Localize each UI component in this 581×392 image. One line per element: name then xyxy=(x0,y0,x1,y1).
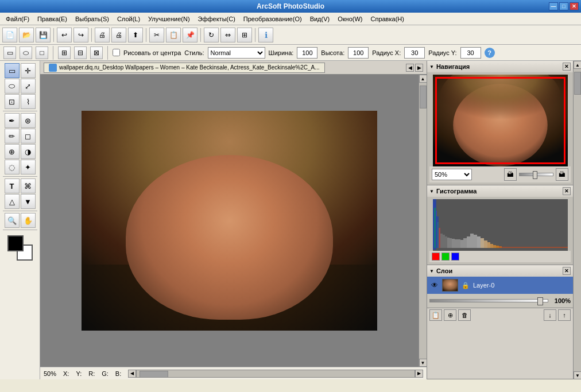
maximize-button[interactable]: □ xyxy=(559,2,568,10)
duplicate-layer-button[interactable]: ⊕ xyxy=(444,309,456,321)
right-scroll-down-button[interactable]: ▼ xyxy=(574,371,581,379)
hand-tool[interactable]: ✋ xyxy=(21,213,36,228)
foreground-color-box[interactable] xyxy=(7,235,24,251)
hscroll-right-button[interactable]: ▶ xyxy=(415,370,423,378)
scroll-up-button[interactable]: ▲ xyxy=(419,75,427,83)
histogram-green-channel[interactable] xyxy=(441,253,450,261)
menu-item-menu-window[interactable]: Окно(W) xyxy=(334,15,366,23)
paste-button[interactable]: 📌 xyxy=(183,28,197,42)
layer-up-button[interactable]: ↑ xyxy=(558,309,571,321)
layers-panel-close[interactable]: ✕ xyxy=(563,267,571,275)
select-add-opt-button[interactable]: ⊞ xyxy=(58,46,71,59)
heal-tool[interactable]: ⊛ xyxy=(21,113,36,128)
dodge-tool[interactable]: ◑ xyxy=(21,144,36,159)
menu-item-menu-help[interactable]: Справка(H) xyxy=(367,15,407,23)
right-scroll-thumb[interactable] xyxy=(574,72,581,95)
move-tool[interactable]: ✛ xyxy=(21,63,36,78)
scroll-thumb[interactable] xyxy=(420,86,427,108)
clone-tool[interactable]: ⊕ xyxy=(5,144,20,159)
select-single-opt-button[interactable]: □ xyxy=(36,46,48,59)
print2-button[interactable]: 🖨 xyxy=(111,28,126,42)
layers-panel-header[interactable]: ▼ Слои ✕ xyxy=(427,265,573,277)
radius-y-input[interactable] xyxy=(460,47,481,59)
open-button[interactable]: 📂 xyxy=(19,28,34,42)
zoom-slider-thumb[interactable] xyxy=(533,171,537,179)
layer-lock-toggle[interactable]: 🔒 xyxy=(460,280,471,290)
cut-button[interactable]: ✂ xyxy=(149,28,164,42)
help-button[interactable]: ? xyxy=(485,48,495,58)
nav-preview[interactable] xyxy=(433,75,568,166)
draw-from-center-checkbox[interactable] xyxy=(113,49,120,56)
menu-item-menu-select[interactable]: Выбрать(S) xyxy=(72,15,113,23)
height-input[interactable] xyxy=(348,47,369,59)
menu-item-menu-layer[interactable]: Слой(L) xyxy=(114,15,144,23)
select-rect-opt-button[interactable]: ▭ xyxy=(3,46,16,59)
menu-item-menu-edit[interactable]: Правка(E) xyxy=(34,15,71,23)
menu-item-menu-effects[interactable]: Эффекты(C) xyxy=(195,15,239,23)
histogram-red-channel[interactable] xyxy=(432,253,440,261)
fill-tool[interactable]: ▼ xyxy=(21,194,36,209)
close-button[interactable]: ✕ xyxy=(570,2,579,10)
hscroll-left-button[interactable]: ◀ xyxy=(128,370,136,378)
select-ellipse-opt-button[interactable]: ⬭ xyxy=(20,46,32,59)
transform-tool[interactable]: ⤢ xyxy=(21,79,36,94)
menu-item-menu-view[interactable]: Вид(V) xyxy=(307,15,334,23)
menu-item-menu-transform[interactable]: Преобразование(O) xyxy=(240,15,305,23)
delete-layer-button[interactable]: 🗑 xyxy=(458,309,471,321)
minimize-button[interactable]: — xyxy=(549,2,558,10)
text-tool[interactable]: T xyxy=(5,178,20,193)
nav-panel-header[interactable]: ▼ Навигация ✕ xyxy=(427,61,573,72)
hscroll-track[interactable] xyxy=(136,370,415,378)
tab-scroll-left[interactable]: ◀ xyxy=(406,64,414,72)
nav-zoom-in-button[interactable]: 🏔 xyxy=(556,168,568,181)
scroll-down-button[interactable]: ▼ xyxy=(419,359,427,367)
select-rect-tool[interactable]: ▭ xyxy=(5,63,20,78)
info-button[interactable]: ℹ xyxy=(258,28,273,42)
select-intersect-opt-button[interactable]: ⊠ xyxy=(90,46,103,59)
width-input[interactable] xyxy=(297,47,317,59)
right-scroll-up-button[interactable]: ▲ xyxy=(574,61,581,69)
hscroll-thumb[interactable] xyxy=(140,371,168,378)
shape-tool[interactable]: △ xyxy=(5,194,20,209)
layer-opacity-slider[interactable] xyxy=(429,299,548,302)
lasso-tool[interactable]: ⌇ xyxy=(21,94,36,109)
brush-tool[interactable]: ✏ xyxy=(5,129,20,143)
layer-visibility-toggle[interactable]: 👁 xyxy=(429,280,440,290)
print-button[interactable]: 🖨 xyxy=(95,28,110,42)
nav-panel-close[interactable]: ✕ xyxy=(563,63,571,71)
menu-item-menu-file[interactable]: Файл(F) xyxy=(2,15,33,23)
flip-button[interactable]: ⇔ xyxy=(220,28,235,42)
style-select[interactable]: Normal Fixed Size Fixed Ratio xyxy=(208,47,265,59)
zoom-tool[interactable]: 🔍 xyxy=(5,213,20,228)
canvas-viewport[interactable] xyxy=(40,75,419,367)
rotate-button[interactable]: ↻ xyxy=(204,28,219,42)
crop-tool[interactable]: ⊡ xyxy=(5,94,20,109)
histogram-panel-close[interactable]: ✕ xyxy=(563,187,571,195)
export-button[interactable]: ⬆ xyxy=(128,28,143,42)
zoom-slider[interactable] xyxy=(519,173,553,176)
zoom-select[interactable]: 50% 25% 75% 100% 200% xyxy=(432,169,472,180)
histogram-blue-channel[interactable] xyxy=(451,253,459,261)
resize-button[interactable]: ⊞ xyxy=(237,28,252,42)
scroll-track[interactable] xyxy=(419,83,427,359)
blur-tool[interactable]: ◌ xyxy=(5,160,20,174)
radius-x-input[interactable] xyxy=(404,47,425,59)
copy-button[interactable]: 📋 xyxy=(166,28,181,42)
menu-item-menu-enhance[interactable]: Улучшение(N) xyxy=(145,15,193,23)
new-button[interactable]: 📄 xyxy=(2,28,17,42)
redo-button[interactable]: ↪ xyxy=(73,28,88,42)
doc-tab-item[interactable]: wallpaper.diq.ru_Desktop Wallpapers – Wo… xyxy=(44,63,325,73)
right-scroll-track[interactable] xyxy=(574,69,581,371)
save-button[interactable]: 💾 xyxy=(36,28,51,42)
eyedropper-tool[interactable]: ✒ xyxy=(5,113,20,128)
select-sub-opt-button[interactable]: ⊟ xyxy=(74,46,87,59)
layer-down-button[interactable]: ↓ xyxy=(544,309,556,321)
tab-scroll-right[interactable]: ▶ xyxy=(415,64,423,72)
histogram-panel-header[interactable]: ▼ Гистограмма ✕ xyxy=(427,185,573,197)
pen-tool[interactable]: ⌘ xyxy=(21,178,36,193)
new-layer-button[interactable]: 📋 xyxy=(429,309,442,321)
opacity-slider-thumb[interactable] xyxy=(537,297,543,305)
undo-button[interactable]: ↩ xyxy=(57,28,72,42)
select-ellipse-tool[interactable]: ⬭ xyxy=(5,79,20,94)
layer-item[interactable]: 👁 xyxy=(427,277,573,294)
